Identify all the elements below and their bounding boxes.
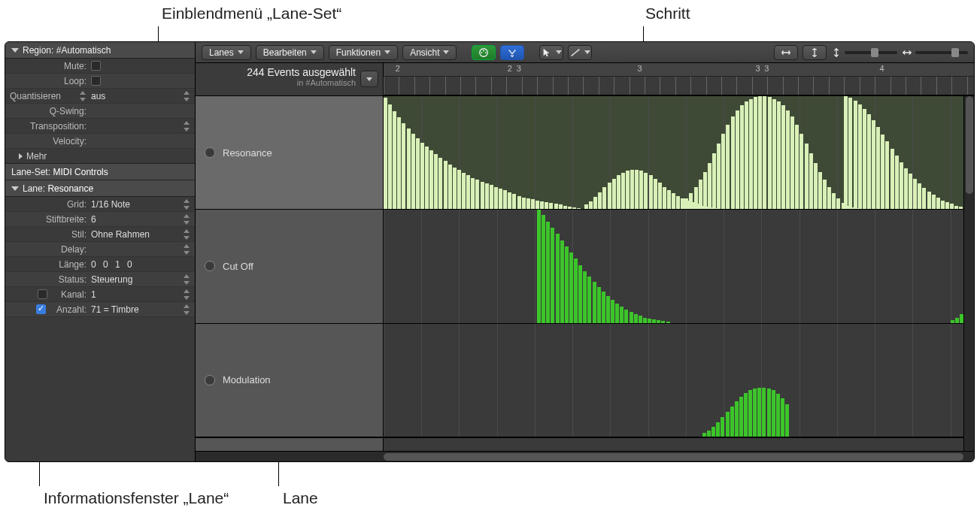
status-row[interactable]: Status: Steuerung bbox=[5, 272, 195, 287]
v-scrollbar[interactable] bbox=[963, 96, 974, 451]
lane-name: Cut Off bbox=[223, 261, 253, 272]
stepper-icon[interactable] bbox=[183, 214, 190, 225]
v-zoom-slider[interactable] bbox=[831, 47, 897, 58]
stepper-icon[interactable] bbox=[183, 121, 190, 132]
event-count: 244 Events ausgewählt in #Automatisch bbox=[196, 63, 384, 95]
disclosure-right-icon bbox=[19, 153, 23, 159]
step-editor-window: Region: #Automatisch Mute: Loop: Quantis… bbox=[5, 41, 975, 462]
grid-row[interactable]: Grid: 1/16 Note bbox=[5, 197, 195, 212]
view-menu[interactable]: Ansicht bbox=[402, 45, 457, 60]
caret-down-icon bbox=[556, 50, 562, 54]
lane-body-cutoff[interactable] bbox=[384, 210, 974, 322]
channel-row[interactable]: Kanal: 1 bbox=[5, 287, 195, 302]
quantize-stepper-icon[interactable] bbox=[79, 91, 86, 101]
lane-header-resonance[interactable]: Resonance bbox=[196, 96, 384, 209]
length-row[interactable]: Länge: 0 0 1 0 bbox=[5, 257, 195, 272]
lane-header-modulation[interactable]: Modulation bbox=[196, 324, 384, 437]
loop-row[interactable]: Loop: bbox=[5, 74, 195, 89]
line-tool[interactable] bbox=[568, 45, 592, 60]
lanes-area: Resonance Cut Off Modulation bbox=[196, 96, 974, 451]
loop-label: Loop: bbox=[10, 76, 91, 86]
penwidth-row[interactable]: Stiftbreite: 6 bbox=[5, 212, 195, 227]
mute-label: Mute: bbox=[10, 61, 91, 71]
stepper-icon[interactable] bbox=[183, 274, 190, 285]
midi-in-button[interactable] bbox=[472, 45, 496, 60]
ruler[interactable]: 2233334 bbox=[384, 63, 974, 95]
caret-down-icon bbox=[311, 50, 317, 54]
lane-select-radio[interactable] bbox=[205, 147, 215, 158]
transposition-row[interactable]: Transposition: bbox=[5, 119, 195, 134]
stepper-icon[interactable] bbox=[183, 229, 190, 240]
h-zoom-slider[interactable] bbox=[902, 47, 968, 58]
more-label: Mehr bbox=[26, 151, 47, 162]
caret-down-icon bbox=[584, 50, 590, 54]
lane-body-resonance[interactable] bbox=[384, 96, 974, 209]
toolbar: Lanes Bearbeiten Funktionen Ansicht bbox=[196, 42, 974, 63]
list-button[interactable] bbox=[360, 71, 378, 87]
penwidth-label: Stiftbreite: bbox=[10, 214, 91, 225]
laneset-value: MIDI Controls bbox=[53, 167, 108, 177]
laneset-menu[interactable]: Lane-Set: MIDI Controls bbox=[5, 164, 195, 180]
lane-select-radio[interactable] bbox=[205, 375, 215, 386]
pointer-icon bbox=[542, 47, 552, 58]
caret-down-icon bbox=[366, 77, 372, 81]
svg-point-2 bbox=[485, 52, 487, 53]
lane-header-label: Lane: bbox=[23, 183, 45, 194]
functions-menu[interactable]: Funktionen bbox=[329, 45, 398, 60]
qswing-row[interactable]: Q-Swing: bbox=[5, 104, 195, 119]
caret-down-icon bbox=[384, 50, 390, 54]
transposition-label: Transposition: bbox=[10, 121, 91, 132]
snap-h-button[interactable] bbox=[774, 45, 798, 60]
event-count-line1: 244 Events ausgewählt bbox=[202, 66, 356, 78]
event-count-line2: in #Automatisch bbox=[202, 78, 356, 87]
region-header[interactable]: Region: #Automatisch bbox=[5, 42, 195, 59]
stepper-icon[interactable] bbox=[183, 199, 190, 210]
length-label: Länge: bbox=[10, 259, 91, 270]
line-icon bbox=[570, 47, 581, 58]
h-arrows-icon bbox=[902, 47, 912, 58]
inspector-panel: Region: #Automatisch Mute: Loop: Quantis… bbox=[5, 42, 196, 461]
status-label: Status: bbox=[10, 274, 91, 285]
caret-down-icon bbox=[238, 50, 244, 54]
penwidth-value: 6 bbox=[91, 214, 96, 225]
stepper-icon[interactable] bbox=[183, 244, 190, 255]
edit-menu[interactable]: Bearbeiten bbox=[256, 45, 324, 60]
qswing-label: Q-Swing: bbox=[10, 106, 91, 116]
h-scrollbar[interactable] bbox=[196, 451, 974, 461]
delay-row[interactable]: Delay: bbox=[5, 242, 195, 257]
disclosure-triangle-icon bbox=[11, 186, 19, 191]
channel-value: 1 bbox=[91, 289, 96, 300]
mute-checkbox[interactable] bbox=[91, 61, 101, 71]
more-row[interactable]: Mehr bbox=[5, 149, 195, 164]
midi-out-button[interactable] bbox=[500, 45, 524, 60]
callout-lane: Lane bbox=[283, 489, 318, 507]
stepper-icon[interactable] bbox=[183, 289, 190, 300]
lane-name: Resonance bbox=[223, 147, 272, 159]
stepper-icon[interactable] bbox=[183, 91, 190, 101]
lane-body-modulation[interactable] bbox=[384, 324, 974, 437]
lane-modulation: Modulation bbox=[196, 324, 974, 437]
quantize-row[interactable]: Quantisieren aus bbox=[5, 89, 195, 104]
loop-checkbox[interactable] bbox=[91, 76, 101, 86]
lane-resonance: Resonance bbox=[196, 96, 974, 210]
mute-row[interactable]: Mute: bbox=[5, 59, 195, 74]
quantize-value: aus bbox=[91, 91, 105, 101]
snap-h-icon bbox=[781, 47, 791, 58]
pointer-tool[interactable] bbox=[539, 45, 563, 60]
channel-label: Kanal: bbox=[61, 289, 86, 300]
lane-select-radio[interactable] bbox=[205, 261, 215, 271]
number-value: 71 = Timbre bbox=[91, 304, 139, 315]
lanes-menu[interactable]: Lanes bbox=[202, 45, 251, 60]
laneset-label: Lane-Set: bbox=[11, 167, 50, 177]
number-row[interactable]: Anzahl: 71 = Timbre bbox=[5, 302, 195, 317]
number-checkbox[interactable] bbox=[36, 304, 46, 314]
velocity-row[interactable]: Velocity: bbox=[5, 134, 195, 149]
snap-v-button[interactable] bbox=[803, 45, 827, 60]
lane-header[interactable]: Lane: Resonance bbox=[5, 180, 195, 197]
style-value: Ohne Rahmen bbox=[91, 229, 150, 240]
stepper-icon[interactable] bbox=[183, 304, 190, 315]
style-row[interactable]: Stil: Ohne Rahmen bbox=[5, 227, 195, 242]
lane-header-cutoff[interactable]: Cut Off bbox=[196, 210, 384, 322]
region-header-label: Region: bbox=[23, 45, 53, 56]
channel-checkbox[interactable] bbox=[38, 289, 47, 299]
